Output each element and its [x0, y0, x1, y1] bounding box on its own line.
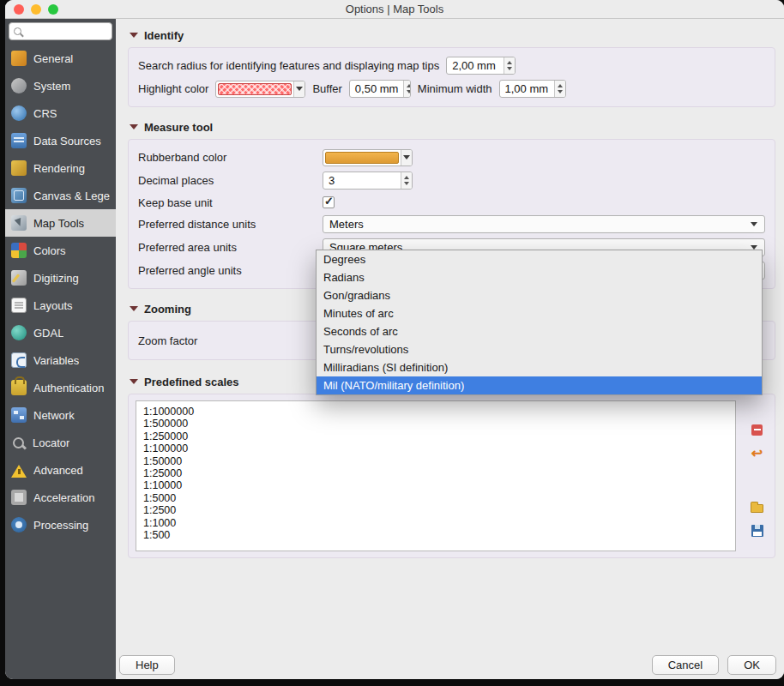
scale-list-item[interactable]: 1:50000 — [136, 455, 735, 467]
options-window: Options | Map Tools General System — [5, 0, 784, 679]
dropdown-option-minutes-of-arc[interactable]: Minutes of arc — [317, 304, 762, 322]
decimal-places-spinbox[interactable]: 3 — [323, 172, 413, 190]
sidebar-item-label: Canvas & Legend — [33, 190, 110, 202]
section-title: Identify — [144, 29, 184, 42]
sidebar-item-data-sources[interactable]: Data Sources — [5, 127, 116, 154]
rubberband-color-button[interactable] — [323, 149, 413, 166]
sidebar-item-general[interactable]: General — [5, 45, 116, 72]
collapse-triangle-icon — [130, 124, 138, 129]
sidebar: General System CRS Data Sources Renderin… — [5, 19, 116, 679]
chevron-down-icon[interactable] — [401, 150, 412, 165]
map-pointer-icon — [11, 215, 27, 231]
sidebar-item-locator[interactable]: Locator — [5, 429, 116, 456]
save-icon — [751, 525, 763, 537]
help-button[interactable]: Help — [119, 655, 175, 675]
dropdown-option-turns-revolutions[interactable]: Turns/revolutions — [317, 340, 762, 358]
dropdown-option-radians[interactable]: Radians — [317, 268, 762, 286]
color-swatch — [325, 152, 399, 164]
scale-list-item[interactable]: 1:5000 — [136, 492, 735, 504]
minimum-width-spinbox[interactable]: 1,00 mm — [499, 80, 566, 98]
sidebar-item-advanced[interactable]: Advanced — [5, 456, 116, 484]
close-window-button[interactable] — [14, 4, 24, 15]
sidebar-item-variables[interactable]: Variables — [5, 346, 116, 374]
section-body-identify: Search radius for identifying features a… — [128, 47, 775, 107]
sidebar-item-label: General — [33, 52, 73, 65]
buffer-spinbox[interactable]: 0,50 mm — [349, 80, 411, 98]
system-icon — [11, 78, 27, 93]
stepper-buttons[interactable] — [401, 172, 412, 189]
collapse-triangle-icon — [130, 33, 138, 38]
dropdown-option-gon-gradians[interactable]: Gon/gradians — [317, 286, 762, 304]
scale-list-item[interactable]: 1:25000 — [136, 467, 735, 479]
folder-icon — [751, 504, 763, 513]
stepper-buttons[interactable] — [403, 81, 410, 97]
preferred-distance-units-combo[interactable]: Meters — [323, 215, 765, 233]
sidebar-items: General System CRS Data Sources Renderin… — [5, 45, 116, 539]
sidebar-item-digitizing[interactable]: Digitizing — [5, 264, 116, 292]
combo-value: Meters — [329, 218, 364, 231]
paintbrush-icon — [11, 160, 27, 176]
scale-list-item[interactable]: 1:250000 — [136, 430, 735, 442]
spinbox-value: 0,50 mm — [350, 81, 404, 97]
scale-list-item[interactable]: 1:100000 — [136, 442, 735, 454]
window-title: Options | Map Tools — [346, 3, 443, 15]
zoom-window-button[interactable] — [48, 4, 58, 15]
sidebar-item-map-tools[interactable]: Map Tools — [5, 209, 116, 237]
dropdown-option-mil-nato[interactable]: Mil (NATO/military definition) — [317, 376, 762, 394]
scale-list-item[interactable]: 1:500000 — [136, 418, 735, 430]
import-scales-button[interactable] — [748, 498, 767, 515]
sidebar-item-label: Rendering — [33, 162, 85, 175]
sidebar-search-input[interactable] — [9, 22, 112, 40]
section-title: Measure tool — [144, 121, 213, 134]
scale-list-item[interactable]: 1:1000 — [136, 517, 735, 529]
restore-default-scales-button[interactable] — [748, 445, 767, 462]
keep-base-unit-checkbox[interactable] — [323, 196, 335, 208]
scale-list-item[interactable]: 1:2500 — [136, 504, 735, 516]
dropdown-option-degrees[interactable]: Degrees — [317, 250, 762, 268]
scale-list-item[interactable]: 1:10000 — [136, 479, 735, 491]
sidebar-item-label: Network — [33, 409, 75, 422]
sidebar-item-gdal[interactable]: GDAL — [5, 319, 116, 346]
sidebar-item-crs[interactable]: CRS — [5, 99, 116, 127]
table-icon — [11, 133, 27, 148]
sidebar-item-canvas-legend[interactable]: Canvas & Legend — [5, 182, 116, 209]
network-icon — [11, 407, 27, 423]
scale-list-item[interactable]: 1:1000000 — [136, 406, 735, 418]
sidebar-item-label: Authentication — [33, 382, 104, 394]
tools-icon — [11, 51, 27, 66]
sidebar-item-authentication[interactable]: Authentication — [5, 374, 116, 401]
chevron-down-icon[interactable] — [293, 81, 305, 97]
scale-list-item[interactable]: 1:500 — [136, 529, 735, 541]
ok-button[interactable]: OK — [727, 655, 776, 675]
sidebar-item-label: Digitizing — [33, 272, 79, 285]
sidebar-item-processing[interactable]: Processing — [5, 511, 116, 539]
warning-icon — [11, 465, 27, 478]
export-scales-button[interactable] — [748, 522, 767, 539]
minimize-window-button[interactable] — [31, 4, 41, 15]
search-icon — [14, 27, 21, 35]
sidebar-item-colors[interactable]: Colors — [5, 237, 116, 264]
cancel-button[interactable]: Cancel — [652, 655, 719, 675]
stepper-buttons[interactable] — [504, 57, 515, 74]
section-header-measure-tool[interactable]: Measure tool — [128, 119, 775, 135]
sidebar-item-layouts[interactable]: Layouts — [5, 292, 116, 319]
spinbox-value: 2,00 mm — [447, 57, 504, 74]
map-canvas-icon — [11, 188, 27, 203]
highlight-color-button[interactable] — [215, 81, 305, 98]
sidebar-item-label: Data Sources — [33, 135, 101, 147]
remove-scale-button[interactable] — [748, 421, 767, 438]
search-radius-spinbox[interactable]: 2,00 mm — [446, 57, 516, 75]
sidebar-item-system[interactable]: System — [5, 72, 116, 99]
dropdown-option-seconds-of-arc[interactable]: Seconds of arc — [317, 322, 762, 340]
dropdown-option-milliradians[interactable]: Milliradians (SI definition) — [317, 358, 762, 376]
title-bar[interactable]: Options | Map Tools — [5, 0, 784, 19]
sidebar-item-acceleration[interactable]: Acceleration — [5, 484, 116, 511]
sidebar-item-rendering[interactable]: Rendering — [5, 154, 116, 182]
gdal-globe-icon — [11, 325, 27, 340]
sidebar-item-network[interactable]: Network — [5, 401, 116, 429]
sidebar-item-label: GDAL — [33, 327, 63, 340]
sidebar-item-label: Layouts — [33, 299, 73, 312]
stepper-buttons[interactable] — [554, 81, 565, 97]
predefined-scales-list[interactable]: 1:1000000 1:500000 1:250000 1:100000 1:5… — [136, 400, 736, 551]
section-header-identify[interactable]: Identify — [128, 27, 775, 43]
